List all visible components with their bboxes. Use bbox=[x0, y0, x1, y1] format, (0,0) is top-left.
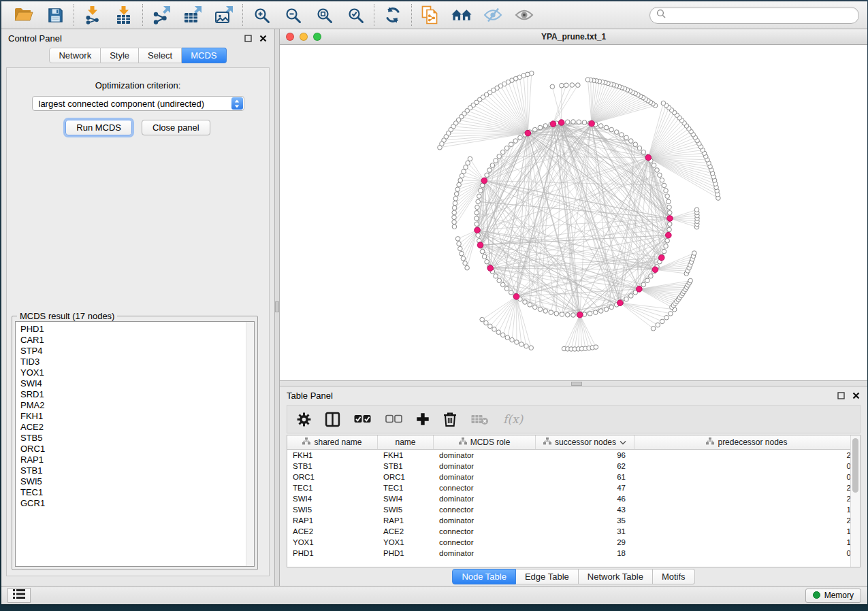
import-table-icon[interactable] bbox=[114, 5, 134, 25]
delete-icon[interactable] bbox=[443, 411, 457, 427]
zoom-selected-icon[interactable] bbox=[345, 5, 366, 25]
export-table-icon[interactable] bbox=[182, 5, 203, 25]
column-header-predecessor-nodes[interactable]: predecessor nodes bbox=[634, 435, 860, 449]
mcds-result-group: MCDS result (17 nodes) PHD1CAR1STP4TID3Y… bbox=[12, 316, 258, 570]
mcds-result-item[interactable]: STP4 bbox=[20, 346, 254, 357]
column-header-shared-name[interactable]: shared name bbox=[287, 435, 378, 449]
add-icon[interactable] bbox=[416, 412, 430, 426]
float-icon[interactable] bbox=[244, 34, 253, 43]
tab-edge-table[interactable]: Edge Table bbox=[516, 569, 579, 584]
deselect-all-icon[interactable] bbox=[385, 414, 403, 424]
table-row[interactable]: ACE2ACE2connector311 bbox=[287, 526, 860, 537]
mcds-result-item[interactable]: CAR1 bbox=[20, 335, 254, 346]
selected-option-label: largest connected component (undirected) bbox=[39, 99, 205, 109]
mcds-result-item[interactable]: PMA2 bbox=[20, 400, 254, 411]
export-image-icon[interactable] bbox=[214, 5, 234, 25]
search-input[interactable] bbox=[670, 10, 852, 20]
node-table[interactable]: shared namenameMCDS rolesuccessor nodesp… bbox=[287, 435, 861, 567]
mcds-result-item[interactable]: RAP1 bbox=[20, 455, 254, 465]
tab-select[interactable]: Select bbox=[139, 48, 182, 63]
column-header-successor-nodes[interactable]: successor nodes bbox=[536, 435, 634, 449]
open-icon[interactable] bbox=[14, 5, 34, 25]
mcds-result-list[interactable]: PHD1CAR1STP4TID3YOX1SWI4SRD1PMA2FKH1ACE2… bbox=[15, 321, 255, 567]
cell: SWI5 bbox=[287, 506, 378, 514]
memory-button[interactable]: Memory bbox=[805, 589, 861, 603]
select-stepper-icon bbox=[231, 97, 243, 110]
select-all-icon[interactable] bbox=[353, 414, 372, 424]
mcds-result-item[interactable]: FKH1 bbox=[20, 411, 254, 422]
table-row[interactable]: STB1STB1dominator620 bbox=[287, 461, 860, 472]
mcds-result-item[interactable]: SWI5 bbox=[20, 476, 254, 487]
control-panel-header: Control Panel bbox=[1, 29, 274, 47]
cell: 61 bbox=[536, 473, 634, 481]
network-view-titlebar[interactable]: YPA_prune.txt_1 bbox=[280, 29, 867, 45]
duplicate-network-icon[interactable] bbox=[420, 5, 440, 25]
search-box[interactable] bbox=[649, 7, 859, 24]
cell: connector bbox=[434, 506, 536, 514]
tab-node-table[interactable]: Node Table bbox=[452, 569, 516, 584]
window-minimize-traffic-light[interactable] bbox=[300, 33, 308, 41]
import-network-icon[interactable] bbox=[82, 5, 103, 25]
run-mcds-button[interactable]: Run MCDS bbox=[65, 120, 132, 135]
close-panel-button[interactable]: Close panel bbox=[142, 120, 210, 135]
refresh-icon[interactable] bbox=[383, 5, 403, 25]
horizontal-splitter[interactable] bbox=[280, 380, 867, 386]
show-all-icon[interactable] bbox=[514, 5, 534, 25]
column-header-MCDS-role[interactable]: MCDS role bbox=[434, 435, 536, 449]
window-close-traffic-light[interactable] bbox=[286, 33, 294, 41]
mcds-result-item[interactable]: ORC1 bbox=[20, 444, 254, 455]
mcds-result-item[interactable]: YOX1 bbox=[20, 367, 254, 378]
close-icon[interactable] bbox=[852, 391, 861, 400]
result-list-scrollbar[interactable] bbox=[246, 322, 254, 566]
table-row[interactable]: RAP1RAP1dominator352 bbox=[287, 515, 860, 526]
network-graph[interactable] bbox=[280, 45, 868, 380]
mcds-result-item[interactable]: STB5 bbox=[20, 433, 254, 444]
close-icon[interactable] bbox=[259, 34, 268, 43]
export-network-icon[interactable] bbox=[151, 5, 172, 25]
mcds-result-item[interactable]: GCR1 bbox=[20, 498, 254, 509]
mcds-result-item[interactable]: STB1 bbox=[20, 465, 254, 476]
cell: ORC1 bbox=[378, 473, 434, 481]
window-zoom-traffic-light[interactable] bbox=[313, 33, 321, 41]
cell: 2 bbox=[634, 516, 860, 525]
tab-network[interactable]: Network bbox=[49, 48, 101, 63]
table-panel-header: Table Panel bbox=[280, 386, 867, 404]
save-icon[interactable] bbox=[45, 5, 65, 25]
mcds-result-item[interactable]: SRD1 bbox=[20, 389, 254, 400]
settings-icon[interactable] bbox=[296, 412, 312, 427]
cell: dominator bbox=[434, 516, 536, 525]
mcds-result-item[interactable]: PHD1 bbox=[20, 324, 254, 335]
zoom-fit-icon[interactable] bbox=[314, 5, 334, 25]
table-row[interactable]: SWI4SWI4dominator462 bbox=[287, 493, 860, 504]
hide-selected-icon[interactable] bbox=[483, 5, 503, 25]
network-canvas[interactable] bbox=[280, 45, 867, 380]
tab-style[interactable]: Style bbox=[101, 48, 139, 63]
cell: RAP1 bbox=[378, 516, 434, 525]
columns-icon[interactable] bbox=[325, 412, 340, 427]
zoom-in-icon[interactable] bbox=[251, 5, 272, 25]
cell: 1 bbox=[634, 506, 860, 514]
optimization-criterion-select[interactable]: largest connected component (undirected) bbox=[32, 96, 244, 111]
tab-motifs[interactable]: Motifs bbox=[653, 569, 695, 584]
task-history-button[interactable] bbox=[7, 588, 31, 603]
mcds-result-item[interactable]: TEC1 bbox=[20, 487, 254, 498]
mcds-result-item[interactable]: TID3 bbox=[20, 357, 254, 367]
column-type-icon bbox=[543, 437, 551, 447]
vertical-splitter[interactable] bbox=[274, 29, 280, 586]
zoom-out-icon[interactable] bbox=[283, 5, 303, 25]
tab-mcds[interactable]: MCDS bbox=[182, 48, 226, 63]
first-neighbors-icon[interactable] bbox=[451, 5, 472, 25]
mcds-result-item[interactable]: ACE2 bbox=[20, 422, 254, 433]
table-row[interactable]: SWI5SWI5connector431 bbox=[287, 504, 860, 515]
table-row[interactable]: ORC1ORC1dominator610 bbox=[287, 472, 860, 482]
table-row[interactable]: YOX1YOX1connector291 bbox=[287, 537, 860, 548]
table-row[interactable]: TEC1TEC1connector472 bbox=[287, 482, 860, 493]
tab-network-table[interactable]: Network Table bbox=[579, 569, 653, 584]
table-row[interactable]: FKH1FKH1dominator962 bbox=[287, 450, 860, 461]
column-header-name[interactable]: name bbox=[378, 435, 434, 449]
table-scrollbar[interactable] bbox=[850, 435, 860, 567]
float-icon[interactable] bbox=[837, 391, 846, 400]
table-row[interactable]: PHD1PHD1dominator180 bbox=[287, 548, 860, 559]
table-panel-tabs: Node TableEdge TableNetwork TableMotifs bbox=[452, 569, 694, 584]
mcds-result-item[interactable]: SWI4 bbox=[20, 378, 254, 389]
